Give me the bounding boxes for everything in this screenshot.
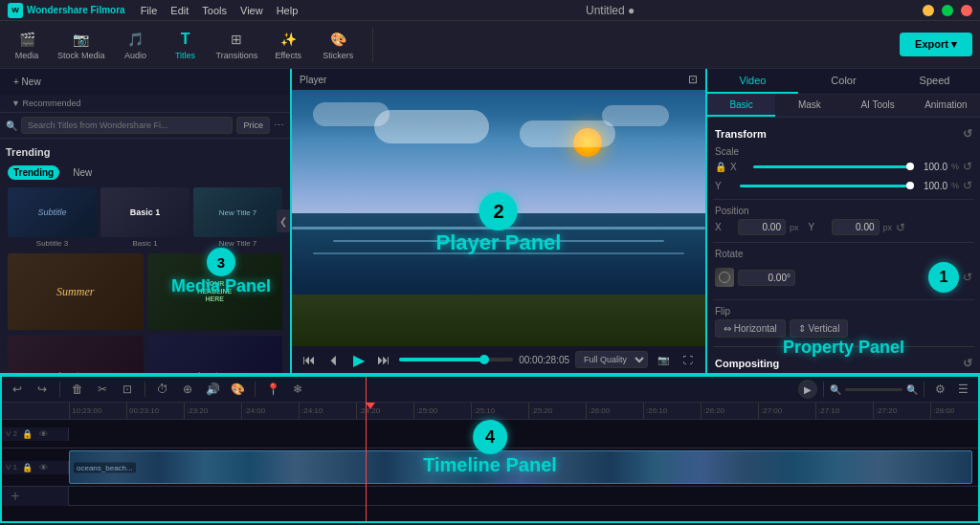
tab-new[interactable]: + New [6,73,49,91]
tl-crop-button[interactable]: ⊡ [118,380,137,399]
prop-sub-tab-basic[interactable]: Basic [707,95,775,117]
toolbar-transitions[interactable]: ⊞ Transitions [216,30,258,60]
thumb-headline[interactable]: YOURHEADLINEHERE [147,253,283,332]
video-beach [292,295,705,346]
rotate-input[interactable] [738,270,795,286]
video-clip[interactable]: oceans_beach... [69,450,972,484]
thumb-basic1[interactable]: Basic 1 Basic 1 [100,187,189,248]
tl-audio-button[interactable]: 🔊 [203,380,222,399]
scale-y-slider[interactable] [740,185,910,187]
zoom-slider[interactable] [845,388,902,391]
tl-delete-button[interactable]: 🗑 [68,380,87,399]
ruler-mark-6: :25:00 [413,403,471,419]
prop-tab-speed[interactable]: Speed [889,69,980,94]
flip-horizontal-button[interactable]: ⇔ Horizontal [715,319,786,338]
tl-play-button[interactable]: ▶ [798,380,817,399]
toolbar-titles[interactable]: T Titles [167,30,205,60]
minimize-button[interactable] [923,5,934,16]
track-v2-num: V 2 [6,429,17,438]
panel-collapse-button[interactable]: ❮ [277,209,290,232]
track-v2-eye[interactable]: 👁 [36,427,50,441]
tl-split-button[interactable]: ✂ [93,380,112,399]
track-v1-lock[interactable]: 🔒 [20,461,33,474]
step-back-button[interactable]: ⏴ [324,350,344,369]
tl-freeze-button[interactable]: ❄ [288,380,307,399]
thumb-lorem2[interactable]: Lorem ipsum [147,336,283,373]
prop-sub-tab-animation[interactable]: Animation [912,95,980,117]
tl-redo-button[interactable]: ↪ [33,380,52,399]
ruler-mark-4: :24:10 [299,403,356,419]
prop-sub-tab-mask[interactable]: Mask [775,95,843,117]
tl-speed-button[interactable]: ⏱ [153,380,172,399]
search-icon: 🔍 [6,120,17,131]
tab-recommended[interactable]: ▼ Recommended [4,95,88,112]
rotate-reset-icon[interactable]: ↺ [963,271,972,284]
trending-header[interactable]: Trending [4,142,286,162]
lock-icon[interactable]: 🔒 [715,162,726,172]
scale-x-slider[interactable] [753,165,910,168]
flip-row: ⇔ Horizontal ⇕ Vertical [713,317,974,340]
thumb-subtitle3[interactable]: Subtitle Subtitle 3 [8,187,97,248]
menu-help[interactable]: Help [277,5,299,16]
toolbar-titles-label: Titles [175,51,195,60]
track-v1-row: V 1 🔒 👁 oceans_beach... [2,448,978,487]
sub-tab-new[interactable]: New [67,165,98,180]
track-v1-num: V 1 [6,463,17,471]
search-input[interactable] [21,117,233,134]
track-v2-lock[interactable]: 🔒 [20,427,33,441]
compositing-section: Compositing ↺ [713,353,974,373]
play-button[interactable]: ▶ [349,350,368,369]
wave-2 [333,240,664,242]
track-v1-eye[interactable]: 👁 [36,461,50,474]
toolbar-media[interactable]: 🎬 Media [8,30,46,60]
price-filter-button[interactable]: Price [236,117,270,134]
toolbar-audio[interactable]: 🎵 Audio [117,30,155,60]
scale-y-reset-icon[interactable]: ↺ [963,179,972,192]
skip-back-button[interactable]: ⏮ [300,350,319,369]
toolbar-effects[interactable]: ✨ Effects [269,30,307,60]
tl-settings-button[interactable]: ⚙ [930,380,949,399]
position-reset-icon[interactable]: ↺ [896,221,905,234]
flip-vertical-button[interactable]: ⇕ Vertical [790,319,849,338]
tl-list-button[interactable]: ☰ [953,380,972,399]
tl-color-button[interactable]: 🎨 [228,380,247,399]
tl-transition-button[interactable]: ⊕ [178,380,197,399]
playback-progress[interactable] [399,358,513,361]
pos-y-input[interactable] [832,219,880,235]
pos-x-input[interactable] [738,219,786,235]
player-popout-icon[interactable]: ⊡ [688,73,698,86]
tl-marker-button[interactable]: 📍 [263,380,282,399]
toolbar-media-label: Media [15,51,39,60]
toolbar-stock-media[interactable]: 📷 Stock Media [57,30,105,60]
toolbar-stickers[interactable]: 🎨 Stickers [319,30,357,60]
thumb-lorem[interactable]: Lorem ipsum [8,336,144,373]
screenshot-button[interactable]: 📷 [654,350,673,369]
scale-x-reset-icon[interactable]: ↺ [963,160,972,173]
export-button[interactable]: Export ▾ [900,33,972,56]
zoom-in-icon: 🔍 [906,384,918,395]
track-v2-content[interactable] [69,420,978,448]
cloud-2 [374,110,489,143]
more-options-icon[interactable]: ⋯ [274,120,284,132]
sub-tab-trending[interactable]: Trending [8,165,59,180]
tl-undo-button[interactable]: ↩ [8,380,27,399]
quality-select[interactable]: Full Quality 1/2 Quality 1/4 Quality [575,351,648,368]
menu-file[interactable]: File [141,5,158,16]
tl-sep-4 [823,382,824,397]
fullscreen-button[interactable]: ⛶ [679,350,698,369]
menu-view[interactable]: View [240,5,263,16]
maximize-button[interactable] [942,5,953,16]
compositing-header[interactable]: Compositing ↺ [713,353,974,373]
menu-tools[interactable]: Tools [202,5,227,16]
close-button[interactable] [961,5,972,16]
thumb-newtitle7[interactable]: New Title 7 New Title 7 [193,187,282,248]
skip-forward-button[interactable]: ⏭ [374,350,393,369]
track-v1-content[interactable]: oceans_beach... [69,448,978,486]
thumb-summer[interactable]: Summer [8,253,144,332]
prop-sub-tab-aitools[interactable]: AI Tools [844,95,912,117]
prop-tab-color[interactable]: Color [798,69,889,94]
menu-edit[interactable]: Edit [170,5,189,16]
transform-header[interactable]: Transform ↺ [713,123,974,144]
prop-tab-video[interactable]: Video [707,69,798,94]
add-track-button[interactable]: + [6,487,25,506]
